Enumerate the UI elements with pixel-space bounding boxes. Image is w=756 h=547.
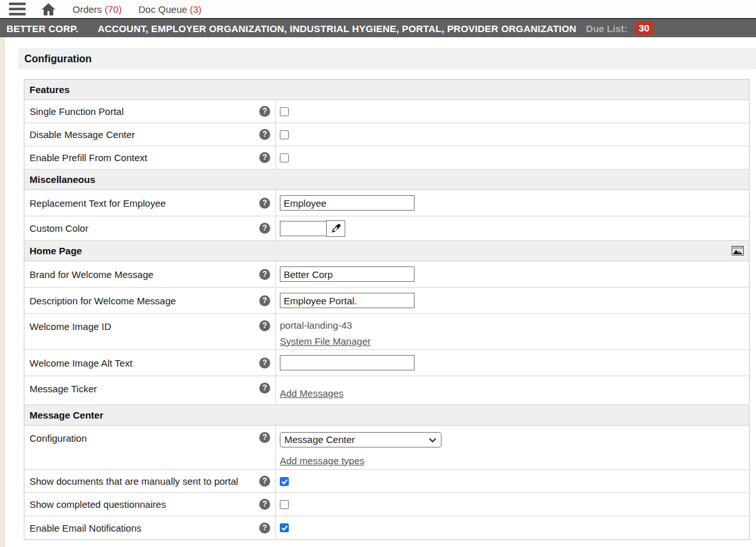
- field-label: Disable Message Center: [30, 128, 254, 141]
- section-header-features: Features: [24, 80, 749, 100]
- replacement-text-input[interactable]: [280, 195, 415, 211]
- description-welcome-input[interactable]: [280, 293, 415, 308]
- section-header-message-center: Message Center: [24, 405, 749, 426]
- disable-message-center-checkbox[interactable]: [280, 130, 289, 139]
- field-label: Welcome Image ID: [30, 320, 254, 333]
- add-messages-link[interactable]: Add Messages: [280, 385, 343, 401]
- field-label: Enable Prefill From Context: [30, 152, 254, 164]
- context-bar: BETTER CORP. ACCOUNT, EMPLOYER ORGANIZAT…: [0, 18, 756, 37]
- field-label: Show completed questionnaires: [30, 498, 254, 510]
- help-icon[interactable]: ?: [259, 295, 270, 306]
- help-icon[interactable]: ?: [259, 432, 270, 443]
- due-list-count-badge[interactable]: 30: [635, 22, 653, 35]
- section-title: Miscellaneous: [30, 174, 96, 185]
- help-icon[interactable]: ?: [259, 198, 270, 209]
- row-welcome-image-id: Welcome Image ID ? portal-landing-43 Sys…: [24, 314, 749, 350]
- help-icon[interactable]: ?: [259, 223, 270, 234]
- image-icon[interactable]: [732, 246, 744, 256]
- field-label: Single Function Portal: [30, 105, 254, 117]
- company-name: BETTER CORP.: [6, 23, 78, 34]
- row-custom-color: Custom Color ?: [24, 216, 749, 241]
- selected-option: Message Center: [284, 434, 355, 445]
- row-enable-email-notifications: Enable Email Notifications ?: [24, 516, 749, 539]
- field-label: Welcome Image Alt Text: [30, 357, 254, 369]
- home-icon[interactable]: [41, 3, 56, 16]
- orders-label: Orders: [73, 4, 102, 15]
- help-icon[interactable]: ?: [259, 106, 270, 117]
- row-message-ticker: Message Ticker ? Add Messages: [24, 376, 749, 405]
- single-function-portal-checkbox[interactable]: [280, 107, 289, 116]
- add-message-types-link[interactable]: Add message types: [280, 453, 365, 469]
- chevron-down-icon: [429, 438, 436, 443]
- eyedropper-icon: [331, 223, 341, 233]
- due-list-label: Due List:: [586, 23, 627, 34]
- row-replacement-text: Replacement Text for Employee ?: [24, 190, 749, 216]
- field-label: Custom Color: [30, 222, 254, 234]
- welcome-image-alt-input[interactable]: [280, 355, 415, 370]
- section-header-home-page: Home Page: [24, 241, 749, 261]
- doc-queue-link[interactable]: Doc Queue (3): [139, 4, 202, 15]
- field-label: Replacement Text for Employee: [30, 197, 254, 209]
- orders-link[interactable]: Orders (70): [73, 4, 122, 15]
- row-description-welcome: Description for Welcome Message ?: [24, 288, 749, 314]
- help-icon[interactable]: ?: [259, 269, 270, 280]
- section-header-miscellaneous: Miscellaneous: [24, 169, 749, 190]
- color-picker-button[interactable]: [326, 220, 345, 237]
- row-welcome-image-alt: Welcome Image Alt Text ?: [24, 350, 749, 376]
- page-title: Configuration: [18, 48, 756, 69]
- field-label: Description for Welcome Message: [30, 295, 254, 307]
- enable-email-notifications-checkbox[interactable]: [280, 523, 289, 532]
- welcome-image-id-value: portal-landing-43: [280, 317, 352, 333]
- left-margin-strip: [0, 37, 5, 547]
- row-show-documents: Show documents that are manually sent to…: [24, 470, 749, 493]
- row-disable-message-center: Disable Message Center ?: [24, 123, 749, 146]
- doc-queue-count: (3): [190, 4, 202, 15]
- row-single-function-portal: Single Function Portal ?: [24, 100, 749, 123]
- section-title: Features: [30, 84, 70, 95]
- help-icon[interactable]: ?: [259, 129, 270, 140]
- help-icon[interactable]: ?: [259, 523, 270, 534]
- row-enable-prefill: Enable Prefill From Context ?: [24, 146, 749, 169]
- brand-welcome-input[interactable]: [280, 266, 415, 282]
- custom-color-input[interactable]: [280, 221, 326, 236]
- field-label: Enable Email Notifications: [30, 522, 254, 534]
- context-categories: ACCOUNT, EMPLOYER ORGANIZATION, INDUSTRI…: [98, 23, 576, 34]
- row-message-center-configuration: Configuration ? Message Center Add messa…: [24, 426, 749, 470]
- help-icon[interactable]: ?: [259, 152, 270, 163]
- section-title: Message Center: [30, 410, 103, 421]
- row-brand-welcome: Brand for Welcome Message ?: [24, 261, 749, 288]
- message-center-config-select[interactable]: Message Center: [280, 432, 442, 447]
- field-label: Brand for Welcome Message: [30, 268, 254, 281]
- show-documents-checkbox[interactable]: [280, 477, 289, 486]
- row-show-completed-questionnaires: Show completed questionnaires ?: [24, 493, 749, 516]
- help-icon[interactable]: ?: [259, 476, 270, 487]
- orders-count: (70): [105, 4, 122, 15]
- show-completed-questionnaires-checkbox[interactable]: [280, 500, 289, 509]
- field-label: Show documents that are manually sent to…: [30, 475, 254, 487]
- menu-icon[interactable]: [9, 3, 26, 15]
- section-title: Home Page: [30, 245, 82, 256]
- field-label: Message Ticker: [30, 383, 254, 395]
- configuration-table: Features Single Function Portal ? Disabl…: [24, 79, 750, 540]
- help-icon[interactable]: ?: [259, 358, 270, 369]
- help-icon[interactable]: ?: [259, 383, 270, 394]
- help-icon[interactable]: ?: [259, 499, 270, 510]
- system-file-manager-link[interactable]: System File Manager: [280, 333, 371, 349]
- enable-prefill-checkbox[interactable]: [280, 153, 289, 162]
- doc-queue-label: Doc Queue: [139, 4, 187, 15]
- top-nav-bar: Orders (70) Doc Queue (3): [0, 0, 756, 18]
- help-icon[interactable]: ?: [259, 320, 270, 331]
- field-label: Configuration: [30, 432, 254, 444]
